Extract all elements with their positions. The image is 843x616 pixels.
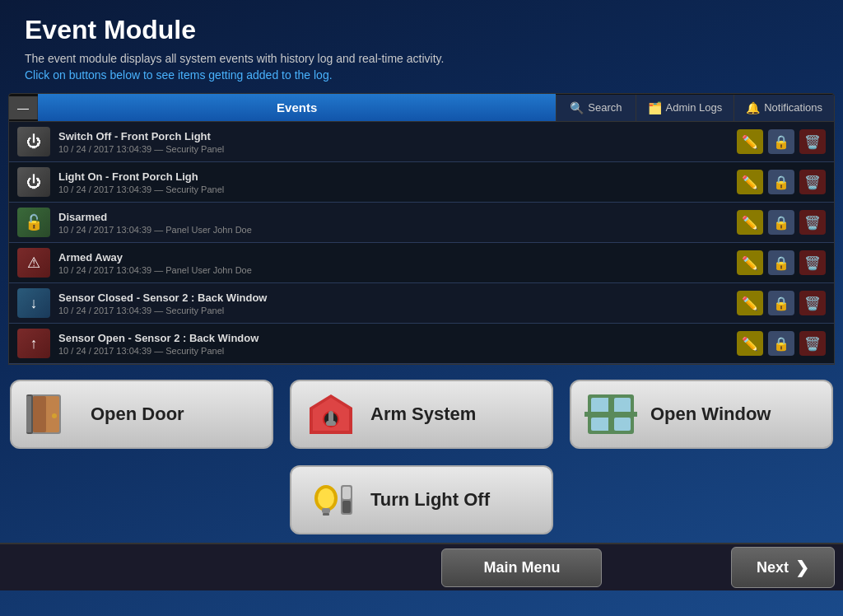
page-title: Event Module — [25, 15, 818, 45]
svg-rect-22 — [323, 513, 329, 516]
lock-button[interactable]: 🔒 — [768, 331, 794, 356]
open-door-button[interactable]: Open Door — [10, 380, 273, 449]
light-icon — [303, 475, 359, 525]
page-highlight: Click on buttons below to see items gett… — [25, 68, 818, 82]
lock-button[interactable]: 🔒 — [768, 170, 794, 194]
event-meta: 10 / 24 / 2017 13:04:39 — Security Panel — [58, 346, 729, 356]
main-menu-button[interactable]: Main Menu — [441, 548, 602, 587]
lock-button[interactable]: 🔒 — [768, 291, 794, 315]
edit-button[interactable]: ✏️ — [737, 331, 763, 356]
edit-button[interactable]: ✏️ — [737, 170, 763, 194]
action-buttons-area: Open Door Arm System — [0, 365, 843, 543]
event-meta: 10 / 24 / 2017 13:04:39 — Security Panel — [58, 184, 729, 194]
notifications-icon: 🔔 — [746, 101, 760, 114]
delete-button[interactable]: 🗑️ — [799, 170, 826, 194]
table-row: ↓ Sensor Closed - Sensor 2 : Back Window… — [9, 283, 834, 324]
next-button[interactable]: Next ❯ — [731, 547, 835, 588]
page-header: Event Module The event module displays a… — [0, 0, 843, 93]
turn-light-off-button[interactable]: Turn Light Off — [290, 465, 553, 534]
open-door-label: Open Door — [91, 404, 184, 425]
svg-rect-5 — [26, 396, 31, 432]
svg-rect-11 — [326, 421, 336, 426]
table-row: ⏻ Light On - Front Porch Ligh 10 / 24 / … — [9, 162, 834, 203]
svg-rect-10 — [328, 411, 333, 422]
event-title: Switch Off - Front Porch Light — [58, 130, 729, 142]
event-meta: 10 / 24 / 2017 13:04:39 — Panel User Joh… — [58, 225, 729, 235]
event-type-icon: ↑ — [17, 329, 50, 358]
chevron-right-icon: ❯ — [795, 558, 809, 577]
turn-light-off-label: Turn Light Off — [370, 489, 490, 511]
table-row: ↑ Sensor Open - Sensor 2 : Back Window 1… — [9, 324, 834, 364]
edit-button[interactable]: ✏️ — [737, 210, 763, 235]
tab-events[interactable]: Events — [38, 94, 556, 121]
event-title: Sensor Open - Sensor 2 : Back Window — [58, 332, 729, 344]
window-icon — [583, 390, 639, 439]
lock-button[interactable]: 🔒 — [768, 250, 794, 275]
table-row: ⏻ Switch Off - Front Porch Light 10 / 24… — [9, 122, 834, 162]
tab-notifications[interactable]: 🔔 Notifications — [734, 95, 834, 121]
tabs-bar: — Events 🔍 Search 🗂️ Admin Logs 🔔 Notifi… — [8, 93, 835, 122]
event-meta: 10 / 24 / 2017 13:04:39 — Panel User Joh… — [58, 265, 729, 275]
event-type-icon: ⚠ — [17, 248, 50, 278]
event-meta: 10 / 24 / 2017 13:04:39 — Security Panel — [58, 306, 729, 315]
event-type-icon: 🔓 — [17, 208, 50, 237]
admin-icon: 🗂️ — [648, 101, 662, 114]
event-meta: 10 / 24 / 2017 13:04:39 — Security Panel — [58, 144, 729, 154]
edit-button[interactable]: ✏️ — [737, 129, 763, 154]
svg-rect-21 — [322, 508, 330, 513]
delete-button[interactable]: 🗑️ — [799, 129, 826, 154]
tab-admin-logs[interactable]: 🗂️ Admin Logs — [636, 95, 734, 121]
event-title: Light On - Front Porch Ligh — [58, 170, 729, 183]
edit-button[interactable]: ✏️ — [737, 291, 763, 315]
door-icon — [23, 390, 79, 439]
open-window-button[interactable]: Open Window — [570, 380, 833, 449]
svg-point-20 — [318, 488, 334, 508]
events-list: ⏻ Switch Off - Front Porch Light 10 / 24… — [8, 122, 835, 365]
svg-rect-2 — [33, 396, 46, 432]
delete-button[interactable]: 🗑️ — [799, 291, 826, 315]
arm-icon — [303, 390, 359, 439]
tab-search[interactable]: 🔍 Search — [556, 95, 635, 121]
tab-minimize-button[interactable]: — — [9, 96, 38, 119]
delete-button[interactable]: 🗑️ — [799, 210, 826, 235]
delete-button[interactable]: 🗑️ — [799, 250, 826, 275]
page-description: The event module displays all system eve… — [25, 52, 818, 65]
open-window-label: Open Window — [650, 404, 771, 425]
table-row: ⚠ Armed Away 10 / 24 / 2017 13:04:39 — P… — [9, 243, 834, 283]
event-title: Armed Away — [58, 251, 729, 264]
search-icon: 🔍 — [570, 101, 584, 114]
svg-rect-18 — [608, 394, 613, 434]
lock-button[interactable]: 🔒 — [768, 129, 794, 154]
svg-rect-15 — [591, 418, 611, 431]
arm-system-button[interactable]: Arm System — [290, 380, 553, 449]
arm-system-label: Arm System — [370, 404, 476, 425]
delete-button[interactable]: 🗑️ — [799, 331, 826, 356]
svg-point-3 — [52, 413, 57, 418]
table-row: 🔓 Disarmed 10 / 24 / 2017 13:04:39 — Pan… — [9, 203, 834, 243]
svg-rect-25 — [342, 501, 351, 513]
event-title: Disarmed — [58, 211, 729, 223]
edit-button[interactable]: ✏️ — [737, 250, 763, 275]
event-type-icon: ⏻ — [17, 167, 50, 197]
svg-rect-24 — [342, 487, 351, 499]
svg-rect-16 — [614, 418, 631, 431]
event-title: Sensor Closed - Sensor 2 : Back Window — [58, 292, 729, 304]
event-type-icon: ↓ — [17, 288, 50, 318]
lock-button[interactable]: 🔒 — [768, 210, 794, 235]
event-type-icon: ⏻ — [17, 127, 50, 156]
footer: Main Menu Next ❯ — [0, 543, 843, 590]
